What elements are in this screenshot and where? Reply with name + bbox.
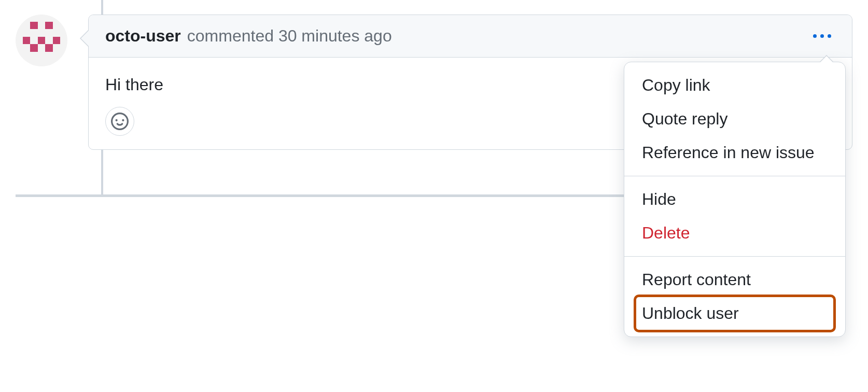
menu-item-unblock-user-label: Unblock user [642,304,739,323]
menu-divider [624,256,845,257]
comment-actions-menu: Copy link Quote reply Reference in new i… [624,62,846,337]
kebab-dot-icon [828,34,831,38]
menu-divider [624,176,845,176]
comment-meta: commented 30 minutes ago [187,26,392,46]
smiley-icon [111,113,129,130]
comment-container: octo-user commented 30 minutes ago Hi th… [16,15,852,150]
comment-box: octo-user commented 30 minutes ago Hi th… [88,15,852,150]
kebab-dot-icon [813,34,817,38]
menu-item-hide[interactable]: Hide [624,183,845,216]
menu-item-quote-reply[interactable]: Quote reply [624,102,845,136]
kebab-dot-icon [820,34,824,38]
menu-item-unblock-user[interactable]: Unblock user [624,297,845,330]
dropdown-caret-icon [819,55,834,62]
kebab-menu-button[interactable] [809,30,835,42]
menu-item-reference-issue[interactable]: Reference in new issue [624,136,845,170]
comment-author[interactable]: octo-user [105,26,181,46]
comment-header: octo-user commented 30 minutes ago [89,15,852,58]
avatar[interactable] [16,15,67,66]
menu-item-delete[interactable]: Delete [624,216,845,250]
comment-caret [80,30,89,47]
menu-item-report-content[interactable]: Report content [624,263,845,297]
menu-item-copy-link[interactable]: Copy link [624,68,845,102]
add-reaction-button[interactable] [105,107,134,136]
